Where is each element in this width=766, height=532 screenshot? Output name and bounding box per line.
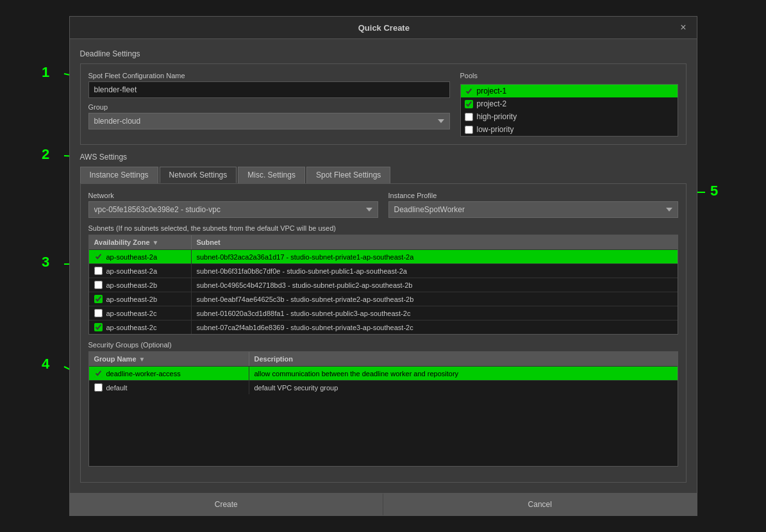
subnet-row-0[interactable]: ap-southeast-2a subnet-0bf32aca2a36a1d17… — [89, 249, 678, 263]
aws-settings-section: AWS Settings Instance Settings Network S… — [80, 153, 687, 483]
spot-fleet-label: Spot Fleet Configuration Name — [88, 72, 450, 79]
deadline-settings-label: Deadline Settings — [80, 49, 687, 58]
sg-check-1[interactable] — [94, 383, 103, 392]
network-label: Network — [88, 192, 378, 199]
subnet-td-az-1: ap-southeast-2a — [89, 264, 192, 278]
dialog-title: Quick Create — [90, 23, 678, 33]
sg-label: Security Groups (Optional) — [88, 341, 678, 349]
instance-profile-label: Instance Profile — [388, 192, 678, 199]
group-select[interactable]: blender-cloud — [88, 113, 450, 129]
tab-spot-fleet[interactable]: Spot Fleet Settings — [306, 167, 390, 183]
subnet-check-1[interactable] — [94, 267, 103, 275]
sg-row-0[interactable]: deadline-worker-access allow communicati… — [89, 366, 678, 380]
network-select[interactable]: vpc-05fe18563c0e398e2 - studio-vpc — [88, 201, 378, 218]
tab-content-network: Network vpc-05fe18563c0e398e2 - studio-v… — [80, 183, 687, 483]
subnet-td-az-5: ap-southeast-2c — [89, 320, 192, 334]
subnet-check-0[interactable] — [94, 253, 103, 261]
instance-profile-field: Instance Profile DeadlineSpotWorker — [388, 192, 678, 218]
pool-checkbox-3[interactable] — [465, 126, 473, 134]
subnet-td-az-4: ap-southeast-2c — [89, 306, 192, 320]
sg-name-sort-icon: ▼ — [139, 356, 146, 363]
pool-item-1[interactable]: project-2 — [461, 97, 678, 110]
deadline-settings-box: Spot Fleet Configuration Name Group blen… — [80, 63, 687, 145]
tab-instance[interactable]: Instance Settings — [80, 167, 158, 183]
group-select-wrapper: blender-cloud — [88, 113, 450, 129]
pool-checkbox-0[interactable] — [465, 87, 473, 96]
subnet-row-2[interactable]: ap-southeast-2b subnet-0c4965c4b42718bd3… — [89, 278, 678, 292]
pool-item-0[interactable]: project-1 — [461, 85, 678, 97]
pool-item-3[interactable]: low-priority — [461, 123, 678, 136]
sg-table: Group Name ▼ Description dead — [88, 351, 678, 467]
network-profile-row: Network vpc-05fe18563c0e398e2 - studio-v… — [88, 192, 678, 218]
sg-td-desc-0: allow communication between the deadline… — [249, 367, 678, 380]
dialog-footer: Create Cancel — [70, 493, 697, 515]
instance-profile-select-wrapper: DeadlineSpotWorker — [388, 201, 678, 218]
quick-create-dialog: Quick Create × Deadline Settings Spot Fl… — [69, 16, 697, 516]
network-select-wrapper: vpc-05fe18563c0e398e2 - studio-vpc — [88, 201, 378, 218]
aws-settings-label: AWS Settings — [80, 153, 687, 162]
subnet-col-az: Availability Zone ▼ — [89, 235, 192, 249]
pools-list: project-1 project-2 high-priority — [460, 84, 678, 137]
subnet-check-4[interactable] — [94, 309, 103, 317]
subnet-row-5[interactable]: ap-southeast-2c subnet-07ca2f4ab1d6e8369… — [89, 320, 678, 334]
subnet-td-subnet-1: subnet-0b6f31fa0b8c7df0e - studio-subnet… — [192, 265, 678, 278]
pool-checkbox-1[interactable] — [465, 100, 473, 108]
tabs-row: Instance Settings Network Settings Misc.… — [80, 167, 687, 183]
deadline-settings-section: Deadline Settings Spot Fleet Configurati… — [80, 49, 687, 145]
subnets-table-header: Availability Zone ▼ Subnet — [89, 235, 678, 249]
network-field: Network vpc-05fe18563c0e398e2 - studio-v… — [88, 192, 378, 218]
subnet-td-az-3: ap-southeast-2b — [89, 292, 192, 306]
dialog-body: Deadline Settings Spot Fleet Configurati… — [70, 39, 697, 493]
spot-fleet-input[interactable] — [88, 81, 450, 98]
annotation-1: 1 — [42, 64, 49, 81]
annotation-3: 3 — [42, 254, 49, 270]
annotation-4: 4 — [42, 356, 49, 372]
close-button[interactable]: × — [678, 22, 688, 33]
annotation-2: 2 — [42, 146, 49, 163]
pools-col: Pools project-1 project-2 — [460, 72, 678, 137]
subnet-row-3[interactable]: ap-southeast-2b subnet-0eabf74ae64625c3b… — [89, 292, 678, 306]
pool-checkbox-2[interactable] — [465, 113, 473, 121]
subnet-check-2[interactable] — [94, 281, 103, 289]
group-label: Group — [88, 103, 450, 111]
subnet-col-subnet: Subnet — [192, 235, 678, 249]
subnet-td-az-2: ap-southeast-2b — [89, 278, 192, 292]
subnet-td-subnet-5: subnet-07ca2f4ab1d6e8369 - studio-subnet… — [192, 321, 678, 334]
security-groups-section: Security Groups (Optional) Group Name ▼ … — [88, 341, 678, 467]
pool-name-0: project-1 — [477, 87, 507, 96]
subnet-td-subnet-4: subnet-016020a3cd1d88fa1 - studio-subnet… — [192, 307, 678, 320]
instance-profile-select[interactable]: DeadlineSpotWorker — [388, 201, 678, 218]
subnet-az-sort-icon: ▼ — [153, 239, 159, 246]
cancel-button[interactable]: Cancel — [383, 494, 697, 515]
deadline-left-col: Spot Fleet Configuration Name Group blen… — [88, 72, 450, 137]
pool-name-1: project-2 — [477, 99, 507, 108]
tab-misc[interactable]: Misc. Settings — [238, 167, 305, 183]
pool-item-2[interactable]: high-priority — [461, 110, 678, 123]
subnet-check-3[interactable] — [94, 295, 103, 303]
overlay: 1 2 3 4 5 Quick Create × Dea — [0, 0, 766, 532]
subnet-row-1[interactable]: ap-southeast-2a subnet-0b6f31fa0b8c7df0e… — [89, 263, 678, 278]
subnets-section: Subnets (If no subnets selected, the sub… — [88, 224, 678, 335]
dialog-titlebar: Quick Create × — [70, 17, 697, 39]
sg-td-name-1: default — [89, 381, 249, 394]
tab-network[interactable]: Network Settings — [160, 167, 237, 183]
subnet-td-az-0: ap-southeast-2a — [89, 250, 192, 263]
sg-check-0[interactable] — [94, 369, 103, 378]
group-field: Group blender-cloud — [88, 103, 450, 129]
sg-col-desc: Description — [249, 352, 678, 366]
pools-label: Pools — [460, 72, 678, 79]
sg-col-name: Group Name ▼ — [89, 352, 249, 366]
subnet-td-subnet-2: subnet-0c4965c4b42718bd3 - studio-subnet… — [192, 279, 678, 292]
pool-name-3: low-priority — [477, 125, 514, 134]
annotation-5: 5 — [710, 183, 718, 199]
create-button[interactable]: Create — [70, 494, 384, 515]
sg-td-name-0: deadline-worker-access — [89, 367, 249, 380]
subnets-table: Availability Zone ▼ Subnet — [88, 235, 678, 335]
subnet-check-5[interactable] — [94, 323, 103, 331]
subnet-row-4[interactable]: ap-southeast-2c subnet-016020a3cd1d88fa1… — [89, 306, 678, 320]
subnets-label: Subnets (If no subnets selected, the sub… — [88, 224, 678, 232]
subnet-td-subnet-0: subnet-0bf32aca2a36a1d17 - studio-subnet… — [192, 251, 678, 263]
sg-row-1[interactable]: default default VPC security group — [89, 380, 678, 394]
sg-td-desc-1: default VPC security group — [249, 381, 678, 394]
spot-fleet-field: Spot Fleet Configuration Name — [88, 72, 450, 98]
